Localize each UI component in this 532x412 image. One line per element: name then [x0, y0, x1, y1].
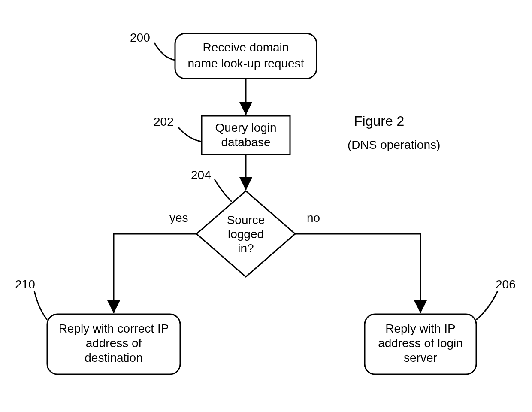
node-reply-correct-ip-line3: destination	[85, 351, 142, 364]
branch-no-label: no	[307, 211, 320, 224]
node-receive-request-line1: Receive domain	[203, 41, 289, 54]
node-reply-login-server-ip: Reply with IP address of login server	[365, 314, 476, 374]
ref-204: 204	[191, 168, 211, 182]
svg-rect-0	[175, 33, 317, 79]
flowchart-canvas: Receive domain name look-up request 200 …	[0, 0, 532, 412]
figure-title: Figure 2	[354, 113, 404, 129]
node-reply-login-server-ip-line1: Reply with IP	[385, 322, 455, 335]
ref-206: 206	[496, 278, 516, 291]
callout-206	[476, 291, 498, 320]
node-reply-login-server-ip-line2: address of login	[378, 336, 463, 350]
callout-210	[34, 291, 47, 320]
node-source-logged-in-line1: Source	[227, 213, 265, 227]
callout-204	[215, 179, 232, 202]
node-reply-correct-ip-line2: address of	[86, 336, 142, 350]
ref-200: 200	[130, 31, 150, 44]
node-source-logged-in-line2: logged	[228, 227, 264, 241]
node-receive-request: Receive domain name look-up request	[175, 33, 317, 79]
node-reply-correct-ip-line1: Reply with correct IP	[59, 322, 169, 335]
branch-yes-label: yes	[169, 211, 188, 224]
node-query-login-db: Query login database	[202, 116, 290, 154]
node-receive-request-line2: name look-up request	[188, 57, 304, 70]
ref-210: 210	[15, 278, 35, 291]
node-reply-login-server-ip-line3: server	[404, 351, 437, 364]
arrow-yes-to-210	[114, 234, 196, 313]
arrow-no-to-206	[295, 234, 420, 313]
ref-202: 202	[154, 115, 174, 128]
node-query-login-db-line2: database	[221, 136, 270, 149]
node-reply-correct-ip: Reply with correct IP address of destina…	[47, 314, 180, 374]
figure-subtitle: (DNS operations)	[348, 138, 440, 151]
node-query-login-db-line1: Query login	[215, 121, 276, 134]
node-source-logged-in-line3: in?	[238, 242, 254, 255]
callout-200	[154, 43, 175, 60]
node-source-logged-in: Source logged in?	[196, 191, 295, 277]
callout-202	[178, 127, 202, 142]
